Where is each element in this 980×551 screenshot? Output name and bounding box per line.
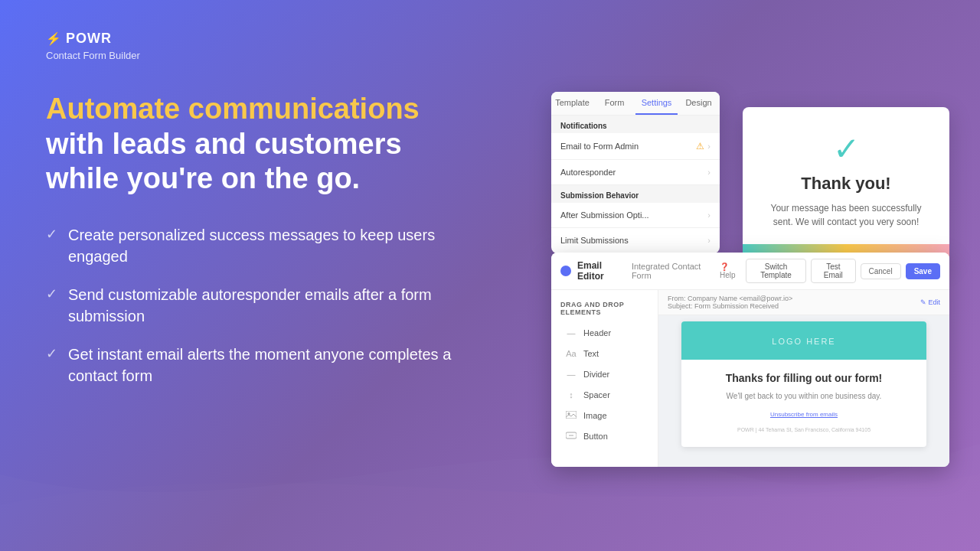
divider-label: Divider [583, 370, 609, 379]
panel-item-submission-opti[interactable]: After Submission Opti... › [551, 203, 720, 228]
headline-highlight: Automate communications [46, 93, 420, 125]
from-line: From: Company Name <email@powr.io> [668, 295, 792, 302]
sidebar-element-button[interactable]: Button [556, 426, 653, 446]
panel-tabs: Template Form Settings Design [551, 92, 720, 116]
button-icon [565, 432, 577, 441]
tab-form[interactable]: Form [593, 92, 635, 115]
divider-icon: — [565, 370, 577, 379]
headline: Automate communications with leads and c… [46, 92, 475, 197]
email-body-content: Thanks for filling out our form! We'll g… [681, 360, 926, 447]
image-icon [565, 411, 577, 420]
spacer-icon: ↕ [565, 390, 577, 399]
panel-item-limit-submissions[interactable]: Limit Submissions › [551, 228, 720, 253]
thank-you-content: ✓ Thank you! Your message has been succe… [743, 107, 949, 229]
text-label: Text [583, 349, 599, 358]
editor-subtitle: Integrated Contact Form [632, 262, 714, 280]
sidebar-element-divider[interactable]: — Divider [556, 364, 653, 384]
subject-line: Subject: Form Submission Received [668, 302, 792, 310]
save-button[interactable]: Save [906, 263, 940, 279]
email-body-text: We'll get back to you within one busines… [694, 390, 914, 402]
email-logo-area: LOGO HERE [681, 321, 926, 360]
arrow-icon-3: › [707, 210, 710, 220]
editor-header: Email Editor Integrated Contact Form ❓ H… [551, 253, 949, 290]
brand-subtitle: Contact Form Builder [46, 50, 475, 61]
feature-item-2: ✓ Send customizable autoresponder emails… [46, 284, 475, 327]
editor-body: Drag and Drop Elements — Header Aa Text … [551, 290, 949, 467]
features-list: ✓ Create personalized success messages t… [46, 224, 475, 386]
header-label: Header [583, 328, 611, 337]
feature-text-2: Send customizable autoresponder emails a… [68, 284, 475, 327]
email-body-title: Thanks for filling out our form! [694, 372, 914, 384]
sidebar-element-image[interactable]: Image [556, 406, 653, 425]
editor-help-text: ❓ Help [720, 262, 741, 279]
arrow-icon-2: › [707, 168, 710, 177]
warning-icon: ⚠ [696, 141, 704, 152]
submission-section-title: Submission Behavior [551, 185, 720, 203]
editor-actions: ❓ Help Switch Template Test Email Cancel… [720, 259, 940, 283]
arrow-icon-4: › [707, 236, 710, 245]
headline-white: with leads and customers while you're on… [46, 128, 402, 195]
tab-template[interactable]: Template [551, 92, 593, 115]
email-preview-card: LOGO HERE Thanks for filling out our for… [681, 321, 926, 447]
notifications-section-title: Notifications [551, 116, 720, 133]
header-icon: — [565, 328, 577, 337]
panel-item-autoresponder[interactable]: Autoresponder › [551, 160, 720, 185]
check-icon-2: ✓ [46, 285, 57, 302]
spacer-label: Spacer [583, 390, 610, 399]
check-icon-1: ✓ [46, 226, 57, 243]
right-section: Template Form Settings Design Notificati… [551, 92, 949, 467]
sidebar-title: Drag and Drop Elements [551, 298, 658, 322]
editor-meta: From: Company Name <email@powr.io> Subje… [658, 290, 949, 315]
tab-design[interactable]: Design [678, 92, 720, 115]
email-logo-text: LOGO HERE [772, 337, 835, 346]
powr-icon [560, 266, 571, 276]
sidebar-element-header[interactable]: — Header [556, 323, 653, 343]
panel-item-email-admin[interactable]: Email to Form Admin ⚠ › [551, 133, 720, 160]
cancel-button[interactable]: Cancel [861, 263, 901, 279]
thank-you-checkmark: ✓ [761, 130, 931, 168]
editor-sidebar: Drag and Drop Elements — Header Aa Text … [551, 290, 658, 467]
panel-item-autoresponder-text: Autoresponder [560, 168, 616, 177]
panel-item-limit-text: Limit Submissions [560, 236, 629, 245]
brand: ⚡ POWR [46, 31, 475, 47]
switch-template-button[interactable]: Switch Template [746, 259, 806, 283]
feature-text-1: Create personalized success messages to … [68, 224, 475, 267]
feature-item-3: ✓ Get instant email alerts the moment an… [46, 344, 475, 386]
email-editor: Email Editor Integrated Contact Form ❓ H… [551, 253, 949, 467]
button-label: Button [583, 432, 608, 441]
text-icon: Aa [565, 349, 577, 358]
panel-item-submission-opti-text: After Submission Opti... [560, 210, 649, 220]
settings-panel: Template Form Settings Design Notificati… [551, 92, 720, 253]
brand-name: POWR [66, 31, 112, 47]
panel-item-email-admin-text: Email to Form Admin [560, 142, 639, 151]
sidebar-element-spacer[interactable]: ↕ Spacer [556, 385, 653, 405]
thank-you-title: Thank you! [761, 174, 931, 194]
feature-item-1: ✓ Create personalized success messages t… [46, 224, 475, 267]
test-email-button[interactable]: Test Email [811, 259, 855, 283]
arrow-icon-1: › [707, 142, 710, 151]
email-address: POWR | 44 Tehama St, San Francisco, Cali… [737, 427, 871, 432]
left-section: ⚡ POWR Contact Form Builder Automate com… [46, 31, 475, 386]
brand-icon: ⚡ [46, 31, 61, 46]
image-label: Image [583, 411, 607, 420]
editor-title: Email Editor [577, 260, 626, 282]
editor-main: From: Company Name <email@powr.io> Subje… [658, 290, 949, 467]
email-unsubscribe-link[interactable]: Unsubscribe from emails [694, 411, 914, 418]
sidebar-element-text[interactable]: Aa Text [556, 344, 653, 364]
feature-text-3: Get instant email alerts the moment anyo… [68, 344, 475, 386]
edit-link[interactable]: ✎ Edit [920, 298, 940, 306]
tab-settings[interactable]: Settings [635, 92, 678, 115]
thank-you-message: Your message has been successfully sent.… [761, 201, 931, 229]
editor-preview: LOGO HERE Thanks for filling out our for… [658, 315, 949, 467]
check-icon-3: ✓ [46, 345, 57, 362]
thank-you-card: ✓ Thank you! Your message has been succe… [743, 107, 949, 262]
svg-rect-0 [566, 411, 577, 419]
